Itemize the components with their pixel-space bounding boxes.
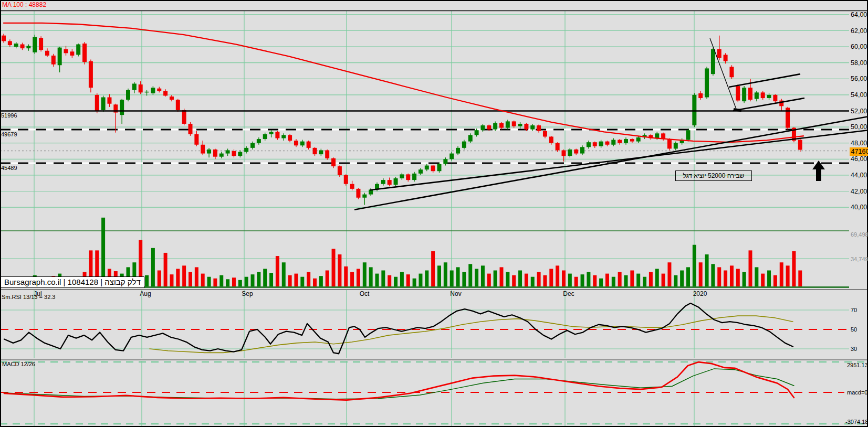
price-axis-tick: 54,000 xyxy=(851,92,868,99)
price-axis-tick: 62,000 xyxy=(851,27,868,34)
level-label-49679: 49679 xyxy=(1,132,17,137)
price-axis-tick: 44,000 xyxy=(851,172,868,179)
month-axis-tick: Dec xyxy=(563,291,574,297)
price-axis-tick: 48,000 xyxy=(851,140,868,146)
ma-indicator-label: MA 100 : 48882 xyxy=(2,2,46,8)
month-axis-tick: Aug xyxy=(140,291,151,297)
macd-indicator-label: MACD 12/26 xyxy=(2,361,35,367)
macd-zero-label: macd=0 xyxy=(847,390,867,396)
price-axis-tick: 46,000 xyxy=(851,156,868,163)
price-axis-tick: 58,000 xyxy=(851,59,868,66)
month-axis-tick: Jul xyxy=(34,291,41,297)
annotation-box: שבירה 52000 יוציא דגל xyxy=(675,170,752,181)
price-axis-tick: 42,000 xyxy=(851,188,868,195)
rsi-axis-tick: 30 xyxy=(851,346,857,352)
month-axis-tick: Sep xyxy=(242,291,253,297)
price-axis-tick: 40,000 xyxy=(851,204,868,211)
month-axis-tick: Oct xyxy=(360,291,370,297)
rsi-indicator-label: Sm.RSI 13/13 = 32.3 xyxy=(2,294,55,300)
rsi-axis-tick: 50 xyxy=(851,327,857,333)
price-chart-canvas[interactable] xyxy=(0,0,868,427)
volume-axis-tick: 34,749 xyxy=(851,257,868,262)
macd-bottom-value: -3074.18 xyxy=(845,419,868,425)
month-axis-tick: 2020 xyxy=(693,291,707,297)
last-price-tag: 47160 xyxy=(850,147,868,156)
rsi-axis-tick: 70 xyxy=(851,307,857,313)
price-axis-tick: 52,000 xyxy=(851,108,868,114)
price-axis-tick: 50,000 xyxy=(851,124,868,131)
price-axis-tick: 60,000 xyxy=(851,44,868,50)
volume-axis-tick: 69,498 xyxy=(851,232,868,238)
month-axis-tick: Nov xyxy=(450,291,461,297)
branding-watermark: Bursagraph.co.il | 1084128 | דלק קבוצה xyxy=(1,276,144,288)
macd-top-value: 2951.13 xyxy=(847,362,868,368)
level-label-51996: 51996 xyxy=(1,113,17,119)
level-label-45489: 45489 xyxy=(1,165,17,171)
chart-window: MA 100 : 48882 51996 49679 45489 Bursagr… xyxy=(0,0,868,427)
price-axis-tick: 56,000 xyxy=(851,76,868,82)
price-axis-tick: 64,000 xyxy=(851,12,868,18)
